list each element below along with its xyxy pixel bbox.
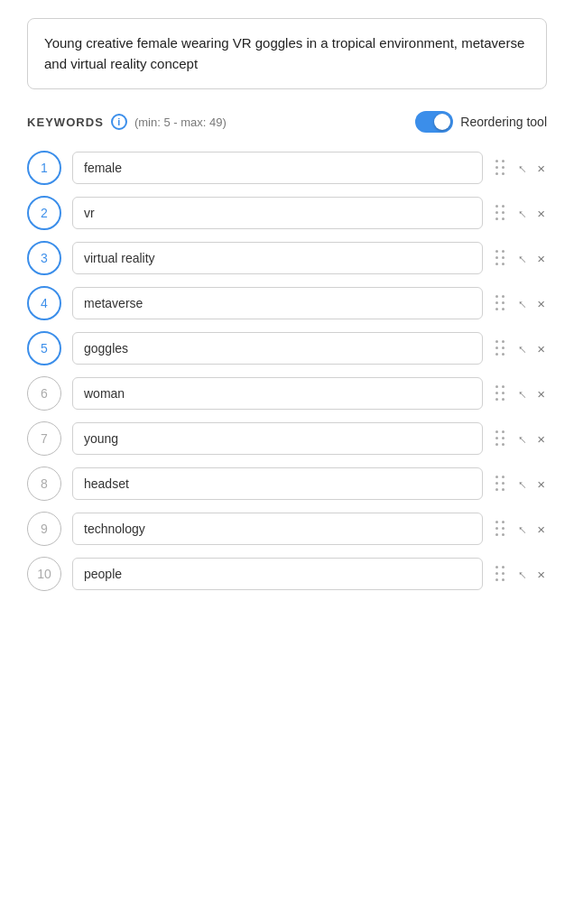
keyword-input[interactable] [72, 197, 483, 229]
keyword-row: 6↑× [27, 376, 547, 411]
keyword-input[interactable] [72, 377, 483, 410]
keyword-input[interactable] [72, 513, 483, 545]
keywords-label: KEYWORDS [27, 116, 104, 129]
drag-handle[interactable] [494, 429, 507, 448]
drag-handle[interactable] [494, 293, 507, 313]
remove-keyword-button[interactable]: × [535, 204, 547, 223]
remove-keyword-button[interactable]: × [535, 294, 547, 313]
move-up-button[interactable]: ↑ [516, 520, 527, 539]
keyword-input[interactable] [72, 287, 483, 319]
keyword-input[interactable] [72, 152, 483, 184]
keyword-row-actions: ↑× [494, 564, 547, 584]
keyword-row-actions: ↑× [494, 519, 547, 539]
keyword-input[interactable] [72, 558, 483, 590]
keyword-row: 8↑× [27, 467, 547, 501]
drag-handle[interactable] [494, 474, 507, 494]
remove-keyword-button[interactable]: × [535, 339, 547, 358]
remove-keyword-button[interactable]: × [535, 249, 547, 268]
keyword-row: 10↑× [27, 557, 547, 591]
move-up-button[interactable]: ↑ [516, 475, 527, 494]
keywords-header: KEYWORDS i (min: 5 - max: 49) Reordering… [27, 111, 547, 133]
drag-handle[interactable] [494, 203, 507, 223]
keyword-number-badge: 3 [27, 241, 61, 275]
keywords-range: (min: 5 - max: 49) [134, 116, 227, 129]
drag-handle[interactable] [494, 248, 507, 268]
keyword-number-badge: 7 [27, 421, 61, 456]
keyword-number-badge: 8 [27, 467, 61, 501]
keyword-row: 3↑× [27, 241, 547, 275]
reorder-toggle[interactable] [415, 111, 453, 133]
keyword-row-actions: ↑× [494, 203, 547, 223]
move-up-button[interactable]: ↑ [516, 204, 527, 223]
remove-keyword-button[interactable]: × [535, 430, 547, 448]
remove-keyword-button[interactable]: × [535, 159, 547, 178]
keyword-row: 1↑× [27, 151, 547, 185]
move-up-button[interactable]: ↑ [516, 294, 527, 313]
keyword-number-badge: 5 [27, 331, 61, 365]
keyword-row: 2↑× [27, 196, 547, 230]
keyword-row-actions: ↑× [494, 248, 547, 268]
keyword-row: 5↑× [27, 331, 547, 365]
keyword-input[interactable] [72, 467, 483, 500]
keyword-row-actions: ↑× [494, 429, 547, 448]
move-up-button[interactable]: ↑ [516, 384, 527, 403]
drag-handle[interactable] [494, 519, 507, 539]
keyword-number-badge: 1 [27, 151, 61, 185]
remove-keyword-button[interactable]: × [535, 520, 547, 539]
reorder-toggle-container: Reordering tool [415, 111, 547, 133]
remove-keyword-button[interactable]: × [535, 475, 547, 494]
move-up-button[interactable]: ↑ [516, 565, 527, 584]
keyword-input[interactable] [72, 422, 483, 455]
info-icon[interactable]: i [111, 114, 127, 130]
keyword-row-actions: ↑× [494, 338, 547, 358]
keyword-row-actions: ↑× [494, 293, 547, 313]
drag-handle[interactable] [494, 338, 507, 358]
keyword-number-badge: 9 [27, 512, 61, 546]
keyword-row: 4↑× [27, 286, 547, 320]
keywords-list: 1↑×2↑×3↑×4↑×5↑×6↑×7↑×8↑×9↑×10↑× [27, 151, 547, 591]
keyword-row-actions: ↑× [494, 474, 547, 494]
keyword-input[interactable] [72, 242, 483, 274]
drag-handle[interactable] [494, 564, 507, 584]
move-up-button[interactable]: ↑ [516, 249, 527, 268]
reorder-label: Reordering tool [460, 115, 547, 129]
remove-keyword-button[interactable]: × [535, 384, 547, 403]
keyword-row-actions: ↑× [494, 383, 547, 403]
keyword-number-badge: 2 [27, 196, 61, 230]
drag-handle[interactable] [494, 383, 507, 403]
keyword-row-actions: ↑× [494, 158, 547, 178]
move-up-button[interactable]: ↑ [516, 339, 527, 358]
keyword-row: 7↑× [27, 421, 547, 456]
keyword-number-badge: 6 [27, 376, 61, 411]
keyword-input[interactable] [72, 332, 483, 365]
keyword-row: 9↑× [27, 512, 547, 546]
remove-keyword-button[interactable]: × [535, 565, 547, 584]
keyword-number-badge: 4 [27, 286, 61, 320]
move-up-button[interactable]: ↑ [516, 159, 527, 178]
drag-handle[interactable] [494, 158, 507, 178]
keyword-number-badge: 10 [27, 557, 61, 591]
description-text: Young creative female wearing VR goggles… [27, 18, 547, 89]
move-up-button[interactable]: ↑ [516, 430, 527, 448]
